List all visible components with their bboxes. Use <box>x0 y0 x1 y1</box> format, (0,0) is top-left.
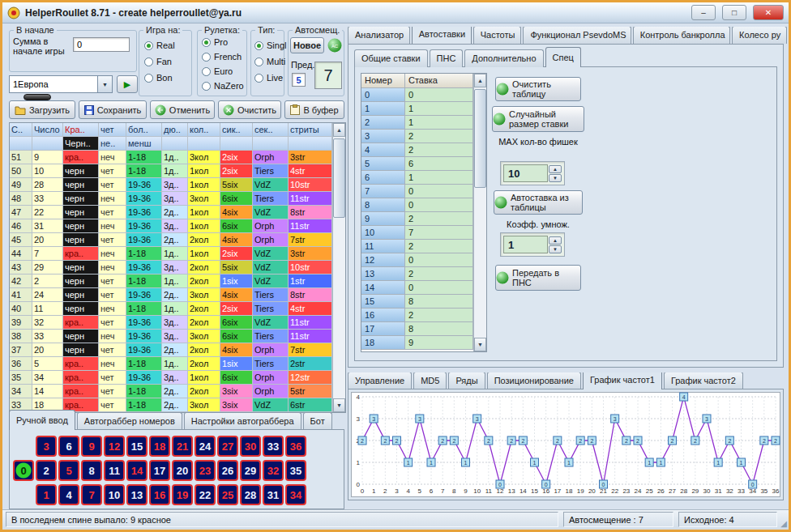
clear-table-button[interactable]: Очистить таблицу <box>495 77 581 101</box>
play-button[interactable]: ▶ <box>117 75 138 93</box>
resize-grip[interactable]: ◢ <box>780 519 787 528</box>
save-button[interactable]: Сохранить <box>79 100 147 119</box>
maximize-button[interactable]: □ <box>722 5 746 20</box>
bet-row[interactable]: 32 <box>361 130 473 143</box>
radio-pro[interactable]: Pro <box>202 37 228 47</box>
numpad-cell-35[interactable]: 35 <box>285 460 306 481</box>
buffer-button[interactable]: В буфер <box>284 100 344 119</box>
minimize-button[interactable]: – <box>691 5 716 20</box>
bet-row[interactable]: 56 <box>361 157 473 171</box>
numpad-cell-23[interactable]: 23 <box>195 460 216 481</box>
tab-grabber-settings[interactable]: Настройки автограббера <box>184 412 301 430</box>
history-scrollbar[interactable]: ▲ ▼ <box>332 123 345 412</box>
tab-spec[interactable]: Спец <box>545 47 581 67</box>
undo-button[interactable]: Отменить <box>150 100 215 119</box>
numpad-cell-16[interactable]: 16 <box>149 484 170 505</box>
bet-row[interactable]: 92 <box>361 212 473 226</box>
numpad-cell-3[interactable]: 3 <box>36 436 57 457</box>
numpad-cell-10[interactable]: 10 <box>104 484 125 505</box>
numpad-cell-2[interactable]: 2 <box>36 460 57 481</box>
tab-manual-input[interactable]: Ручной ввод <box>9 410 75 430</box>
numpad-cell-26[interactable]: 26 <box>217 460 238 481</box>
random-bet-button[interactable]: Случайный размер ставки <box>492 106 584 132</box>
clear-button[interactable]: Очистить <box>218 100 281 119</box>
bet-row[interactable]: 61 <box>361 171 473 185</box>
history-row[interactable]: 4722чернчет19-362д..1кол4sixVdZ8str <box>10 206 332 219</box>
numpad-cell-18[interactable]: 18 <box>149 436 170 457</box>
bet-row[interactable]: 189 <box>361 336 473 350</box>
numpad-cell-34[interactable]: 34 <box>285 484 306 505</box>
radio-french[interactable]: French <box>202 52 242 62</box>
history-row[interactable]: 5010чернчет1-181д..1кол2sixTiers4str <box>10 164 332 178</box>
bet-row[interactable]: 42 <box>361 143 473 157</box>
radio-real[interactable]: Real <box>144 40 175 50</box>
tab-bot[interactable]: Бот <box>303 412 332 430</box>
bet-row[interactable]: 112 <box>361 240 473 253</box>
history-row[interactable]: 365кра..неч1-181д..2кол1sixTiers2str <box>10 357 332 371</box>
tab-bankroll[interactable]: Контроль банкролла <box>633 27 730 44</box>
history-row[interactable]: 422чернчет1-181д..2кол1sixVdZ1str <box>10 275 332 288</box>
scroll-up-icon[interactable]: ▲ <box>333 123 345 137</box>
history-row[interactable]: 4520чернчет19-362д..2кол4sixOrph7str <box>10 233 332 247</box>
radio-euro[interactable]: Euro <box>202 66 233 76</box>
spin-up-icon[interactable]: ▲ <box>549 165 562 173</box>
numpad-cell-19[interactable]: 19 <box>172 484 193 505</box>
bet-row[interactable]: 11 <box>361 102 473 116</box>
game-select[interactable]: 1Европа ▼ <box>9 75 113 93</box>
bet-scrollbar[interactable]: ▲ ▼ <box>473 74 486 351</box>
tab-control[interactable]: Управление <box>348 372 412 389</box>
numpad-cell-33[interactable]: 33 <box>263 436 284 457</box>
spin-up-icon[interactable]: ▲ <box>549 236 562 245</box>
tab-frequencies[interactable]: Частоты <box>473 27 522 44</box>
numpad-cell-9[interactable]: 9 <box>81 436 102 457</box>
history-row[interactable]: 3833черннеч19-363д..3кол6sixTiers11str <box>10 330 332 343</box>
new-autoshift-button[interactable]: Новое <box>290 37 324 53</box>
numpad-cell-31[interactable]: 31 <box>263 484 284 505</box>
spin-down-icon[interactable]: ▼ <box>549 174 562 182</box>
radio-live[interactable]: Live <box>254 73 283 83</box>
numpad-cell-24[interactable]: 24 <box>195 436 216 457</box>
numpad-cell-6[interactable]: 6 <box>58 436 79 457</box>
numpad-cell-29[interactable]: 29 <box>240 460 261 481</box>
tab-freq-chart1[interactable]: График частот1 <box>583 372 662 389</box>
history-row[interactable]: 3414кра..чет1-182д..2кол3sixOrph5str <box>10 385 332 398</box>
transfer-pns-button[interactable]: Передать в ПНС <box>495 265 581 291</box>
bet-row[interactable]: 70 <box>361 185 473 198</box>
history-row[interactable]: 447кра..неч1-181д..1кол2sixVdZ3str <box>10 247 332 261</box>
scrollbar-track[interactable] <box>333 137 345 398</box>
scroll-down-icon[interactable]: ▼ <box>333 398 345 412</box>
numpad-cell-7[interactable]: 7 <box>81 484 102 505</box>
numpad-cell-25[interactable]: 25 <box>217 484 238 505</box>
bet-row[interactable]: 107 <box>361 226 473 240</box>
history-row[interactable]: 3534кра..чет19-363д..1кол6sixOrph12str <box>10 371 332 385</box>
history-row[interactable]: 3932кра..чет19-363д..2кол6sixVdZ11str <box>10 316 332 330</box>
bet-row[interactable]: 178 <box>361 322 473 336</box>
numpad-cell-5[interactable]: 5 <box>58 460 79 481</box>
history-row[interactable]: 519кра..неч1-181д..3кол2sixOrph3str <box>10 151 332 164</box>
scroll-down-icon[interactable]: ▼ <box>474 338 486 351</box>
numpad-cell-17[interactable]: 17 <box>149 460 170 481</box>
numpad-cell-21[interactable]: 21 <box>172 436 193 457</box>
scrollbar-thumb[interactable] <box>333 138 345 218</box>
tab-autobets[interactable]: Автоставки <box>412 27 472 44</box>
scrollbar-track[interactable] <box>474 87 486 338</box>
bet-row[interactable]: 120 <box>361 253 473 267</box>
radio-fan[interactable]: Fan <box>144 57 172 66</box>
close-button[interactable]: ✕ <box>753 5 784 20</box>
tab-additional[interactable]: Дополнительно <box>464 49 543 67</box>
bet-row[interactable]: 80 <box>361 198 473 212</box>
spin-down-icon[interactable]: ▼ <box>549 245 562 253</box>
numpad-cell-20[interactable]: 20 <box>172 460 193 481</box>
radio-multi[interactable]: Multi <box>254 57 285 66</box>
bet-row[interactable]: 132 <box>361 267 473 281</box>
history-row[interactable]: 4011черннеч1-181д..2кол2sixTiers4str <box>10 302 332 316</box>
numpad-cell-15[interactable]: 15 <box>126 436 148 457</box>
start-sum-input[interactable]: 0 <box>73 37 130 52</box>
numpad-cell-32[interactable]: 32 <box>263 460 284 481</box>
scrollbar-thumb[interactable] <box>474 89 486 188</box>
history-row[interactable]: 4928чернчет19-363д..1кол5sixVdZ10str <box>10 178 332 192</box>
bet-row[interactable]: 21 <box>361 116 473 130</box>
history-row[interactable]: 3720чернчет19-362д..2кол4sixOrph7str <box>10 343 332 357</box>
numpad-cell-27[interactable]: 27 <box>217 436 238 457</box>
numpad-cell-11[interactable]: 11 <box>104 460 125 481</box>
